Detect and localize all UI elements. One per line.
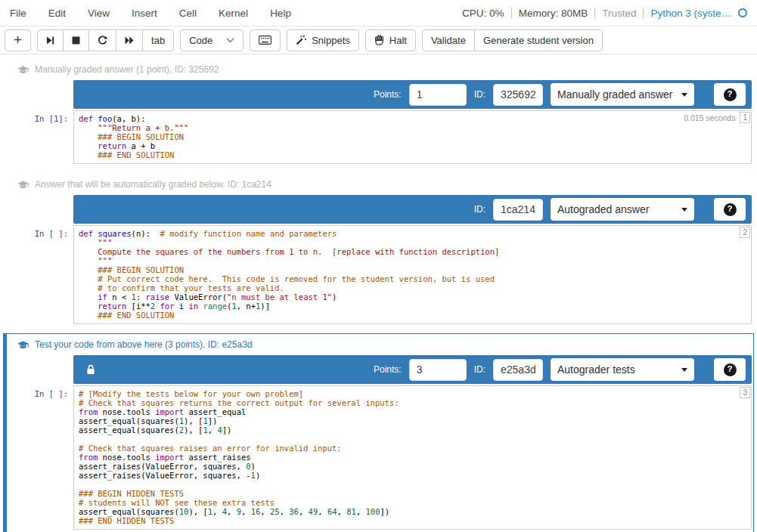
question-icon: ? (724, 88, 737, 101)
cpu-usage: CPU: 0% (462, 8, 504, 19)
points-label: Points: (374, 89, 402, 100)
cell-grade-summary: Manually graded answer (1 point), ID: 32… (35, 64, 219, 75)
restart-icon (98, 36, 107, 45)
cell-grade-type-select[interactable]: Manually graded answer (551, 83, 694, 106)
run-all-button[interactable] (116, 29, 143, 51)
mortarboard-icon (17, 181, 29, 190)
id-input[interactable] (493, 199, 543, 221)
halt-label: Halt (389, 35, 407, 46)
code-cell-row: In [ ]: # [Modify the tests below for yo… (8, 385, 752, 530)
id-label: ID: (474, 364, 486, 375)
lock-icon (86, 364, 95, 375)
kernel-status-area: CPU: 0% Memory: 80MB Trusted Python 3 (s… (462, 8, 747, 19)
points-label: Points: (374, 364, 402, 375)
keyboard-shortcuts-button[interactable] (250, 29, 281, 51)
cell-type-label: Code (189, 35, 213, 46)
cell-number-badge: 2 (740, 227, 750, 238)
validate-button[interactable]: Validate (422, 29, 475, 51)
id-label: ID: (474, 89, 486, 100)
notebook-toolbar: + tab Code Sni (0, 26, 757, 54)
step-forward-icon (46, 36, 54, 45)
cell-grade-type-value: Autograder tests (557, 363, 635, 376)
cell-grade-type-select[interactable]: Autograded answer (551, 198, 694, 221)
id-input[interactable] (493, 84, 543, 106)
id-label: ID: (474, 204, 486, 215)
nbgrader-toolbar: Points: ID: Autograder tests ? (73, 355, 752, 384)
code-editor[interactable]: def squares(n): # modify function name a… (73, 225, 752, 324)
menu-file[interactable]: File (10, 8, 26, 19)
cell-grade-type-select[interactable]: Autograder tests (551, 358, 694, 381)
caret-down-icon (681, 208, 687, 212)
question-icon: ? (724, 363, 737, 376)
wand-icon (296, 35, 306, 45)
trusted-badge: Trusted (602, 8, 636, 19)
cell-autograded-answer: Answer that will be automatically graded… (3, 173, 754, 331)
restart-kernel-button[interactable] (88, 29, 116, 51)
nbgrader-header: Answer that will be automatically graded… (17, 178, 752, 190)
help-button[interactable]: ? (714, 198, 746, 221)
cell-number-badge: 1 (740, 112, 750, 123)
kernel-busy-icon (738, 8, 747, 17)
menu-bar: File Edit View Insert Cell Kernel Help C… (0, 0, 757, 26)
code-cell-row: In [ ]: def squares(n): # modify functio… (8, 225, 752, 324)
help-button[interactable]: ? (714, 83, 746, 106)
tab-button[interactable]: tab (142, 29, 174, 51)
insert-cell-button[interactable]: + (5, 29, 31, 51)
points-input[interactable] (409, 84, 467, 106)
input-prompt: In [ ]: (8, 385, 73, 530)
run-cell-button[interactable] (37, 29, 64, 51)
cell-meta: 0.015 seconds 1 (677, 111, 751, 125)
generate-student-version-button[interactable]: Generate student version (474, 29, 603, 51)
stop-icon (72, 36, 80, 45)
input-prompt: In [ ]: (8, 225, 73, 324)
question-icon: ? (724, 203, 737, 216)
cell-meta: 2 (733, 226, 751, 240)
keyboard-icon (259, 36, 271, 45)
nbgrader-header: Manually graded answer (1 point), ID: 32… (17, 63, 752, 76)
menu-insert[interactable]: Insert (132, 8, 157, 19)
caret-down-icon (681, 93, 687, 97)
exec-time: 0.015 seconds (684, 113, 735, 122)
chevron-down-icon (226, 38, 234, 43)
divider (511, 8, 512, 19)
menu-cell[interactable]: Cell (179, 8, 197, 19)
memory-usage: Memory: 80MB (519, 8, 588, 19)
code-editor[interactable]: def foo(a, b): """Return a + b.""" ### B… (73, 110, 752, 164)
code-editor[interactable]: # [Modify the tests below for your own p… (73, 385, 752, 530)
cell-grade-summary: Answer that will be automatically graded… (35, 179, 271, 190)
halt-button[interactable]: Halt (365, 29, 416, 51)
plus-icon: + (14, 32, 22, 47)
nbgrader-header: Test your code from above here (3 points… (17, 339, 752, 351)
cell-grade-type-value: Manually graded answer (557, 88, 673, 101)
divider (643, 8, 644, 19)
divider (594, 8, 595, 19)
notebook-area: Manually graded answer (1 point), ID: 32… (0, 54, 757, 532)
caret-down-icon (681, 368, 687, 372)
id-input[interactable] (493, 359, 543, 381)
code-cell-row: In [1]: def foo(a, b): """Return a + b."… (8, 110, 752, 164)
snippets-button[interactable]: Snippets (287, 29, 359, 51)
hand-icon (374, 35, 384, 45)
menu-edit[interactable]: Edit (48, 8, 66, 19)
menu-kernel[interactable]: Kernel (219, 8, 248, 19)
mortarboard-icon (17, 341, 29, 350)
fast-forward-icon (125, 36, 134, 45)
stop-button[interactable] (63, 29, 89, 51)
mortarboard-icon (17, 66, 29, 75)
cell-grade-type-value: Autograded answer (557, 203, 649, 215)
cell-number-badge: 3 (740, 387, 750, 398)
cell-manually-graded: Manually graded answer (1 point), ID: 32… (3, 58, 754, 171)
menu-help[interactable]: Help (270, 8, 291, 19)
kernel-name[interactable]: Python 3 (syste… (650, 8, 731, 19)
input-prompt: In [1]: (8, 110, 73, 164)
nbgrader-toolbar: ID: Autograded answer ? (73, 195, 752, 224)
cell-meta: 3 (733, 386, 751, 400)
cell-type-dropdown[interactable]: Code (180, 29, 244, 51)
nbgrader-toolbar: Points: ID: Manually graded answer ? (73, 80, 752, 109)
cell-grade-summary: Test your code from above here (3 points… (35, 339, 253, 350)
menu-view[interactable]: View (88, 8, 110, 19)
help-button[interactable]: ? (714, 358, 746, 381)
points-input[interactable] (409, 359, 467, 381)
cell-autograder-tests: Test your code from above here (3 points… (3, 333, 754, 532)
snippets-label: Snippets (312, 35, 350, 46)
